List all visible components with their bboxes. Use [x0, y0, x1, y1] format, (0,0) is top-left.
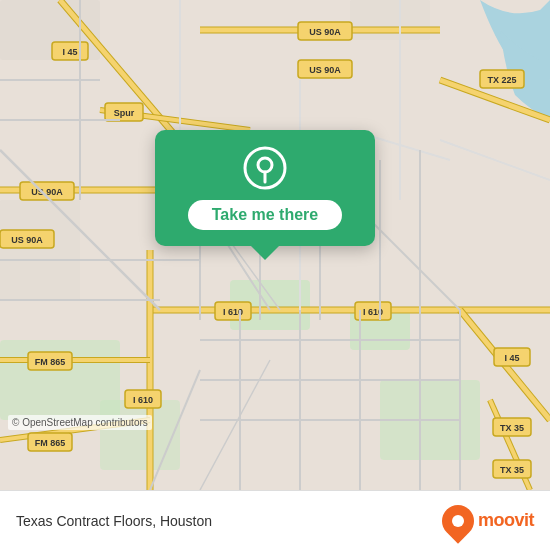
svg-text:Spur: Spur — [114, 108, 135, 118]
location-text: Texas Contract Floors, Houston — [16, 513, 212, 529]
svg-text:US 90A: US 90A — [11, 235, 43, 245]
svg-text:US 90A: US 90A — [309, 65, 341, 75]
svg-rect-7 — [350, 0, 430, 40]
map-pin-icon — [243, 146, 287, 190]
svg-text:I 610: I 610 — [133, 395, 153, 405]
osm-attribution: © OpenStreetMap contributors — [8, 415, 152, 430]
svg-rect-8 — [0, 200, 80, 300]
take-me-there-button[interactable]: Take me there — [188, 200, 342, 230]
svg-text:FM 865: FM 865 — [35, 357, 66, 367]
bottom-bar: Texas Contract Floors, Houston moovit — [0, 490, 550, 550]
svg-text:TX 225: TX 225 — [487, 75, 516, 85]
svg-text:FM 865: FM 865 — [35, 438, 66, 448]
svg-text:TX 35: TX 35 — [500, 465, 524, 475]
popup-card: Take me there — [155, 130, 375, 246]
moovit-logo: moovit — [442, 505, 534, 537]
svg-rect-5 — [100, 400, 180, 470]
svg-text:US 90A: US 90A — [309, 27, 341, 37]
map-container: I 45 US 90A US 90A Spur US 90A US 90A TX… — [0, 0, 550, 490]
moovit-text: moovit — [478, 510, 534, 531]
svg-text:I 45: I 45 — [62, 47, 77, 57]
svg-text:I 45: I 45 — [504, 353, 519, 363]
svg-point-92 — [258, 158, 272, 172]
moovit-icon — [435, 498, 480, 543]
svg-text:TX 35: TX 35 — [500, 423, 524, 433]
